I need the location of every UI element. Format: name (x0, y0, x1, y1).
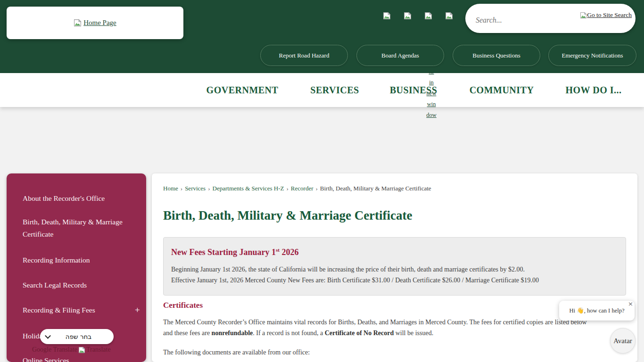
opens-in-new-window-link[interactable]: ks in new win dow (423, 66, 440, 121)
main-nav: GOVERNMENT SERVICES BUSINESS COMMUNITY H… (0, 73, 644, 107)
search-input[interactable] (476, 16, 570, 25)
home-page-card[interactable]: Home Page (7, 7, 183, 39)
google-translate-attribution: Google TranslateTranslate (32, 346, 140, 354)
fees-line-1: Beginning January 1st 2026, the state of… (171, 266, 525, 273)
breadcrumb-separator: › (208, 185, 210, 192)
breadcrumb-separator: › (287, 185, 289, 192)
social-link-3-icon[interactable] (424, 12, 432, 20)
expand-plus-icon[interactable]: + (135, 305, 140, 315)
window-link-fragment: ks (423, 66, 440, 77)
broken-image-icon (78, 346, 85, 354)
breadcrumb-recorder[interactable]: Recorder (291, 185, 314, 192)
broken-image-icon (74, 19, 82, 27)
sidebar-item-birth-death-military-marriage[interactable]: Birth, Death, Military & Marriage Certif… (23, 216, 127, 240)
fees-heading: New Fees Starting January 1st 2026 (171, 247, 298, 257)
certificates-heading: Certificates (163, 301, 203, 310)
new-fees-notice-box: New Fees Starting January 1st 2026 Begin… (163, 237, 626, 296)
window-link-fragment: dow (423, 110, 440, 121)
quick-link-business-questions[interactable]: Business Questions (453, 45, 540, 66)
page-content: Home›Services›Departments & Services H-Z… (152, 173, 637, 362)
quick-link-board-agendas[interactable]: Board Agendas (356, 45, 444, 66)
translate-link[interactable]: Translate (86, 346, 111, 353)
chat-message: Hi 👋, how can I help? (570, 307, 625, 314)
breadcrumb-home[interactable]: Home (163, 185, 178, 192)
broken-image-icon (580, 12, 587, 19)
social-link-2-icon[interactable] (404, 12, 412, 20)
window-link-fragment: win (423, 99, 440, 110)
chat-avatar-button[interactable]: Avatar (610, 328, 636, 354)
window-link-fragment: new (423, 88, 440, 99)
following-documents-line: The following documents are available fr… (163, 349, 310, 356)
sidebar-item-recording-information[interactable]: Recording Information (23, 254, 127, 266)
language-select-label: בחר שפה (50, 333, 114, 340)
nav-services[interactable]: SERVICES (310, 73, 359, 107)
go-to-site-search-link[interactable]: Go to Site Search (580, 11, 632, 19)
chat-greeting-bubble: Hi 👋, how can I help? × (559, 301, 635, 321)
google-translate-link[interactable]: Google Translate (32, 346, 77, 353)
fees-line-2: Effective January 1st, 2026 Merced Count… (171, 277, 539, 284)
sidebar-item-search-legal-records[interactable]: Search Legal Records (23, 279, 127, 291)
social-link-1-icon[interactable] (383, 12, 391, 20)
breadcrumb-separator: › (315, 185, 317, 192)
sidebar-item-online-services[interactable]: Online Services (23, 354, 127, 362)
home-page-link[interactable]: Home Page (83, 19, 116, 27)
breadcrumb-current: Birth, Death, Military & Marriage Certif… (320, 185, 431, 192)
language-select[interactable]: בחר שפה (40, 329, 114, 344)
certificates-paragraph-line2: and these fees are nonrefundable. If a r… (163, 328, 635, 338)
nav-how-do-i[interactable]: HOW DO I... (565, 73, 621, 107)
wave-emoji-icon: 👋 (577, 307, 584, 314)
site-search-box: Go to Site Search (465, 4, 636, 33)
sidebar-item-recording-filing-fees[interactable]: Recording & Filing Fees (23, 304, 127, 316)
breadcrumb-services[interactable]: Services (185, 185, 206, 192)
recorder-sidebar: About the Recorder's Office Birth, Death… (7, 173, 146, 362)
nav-government[interactable]: GOVERNMENT (206, 73, 279, 107)
quick-link-emergency-notifications[interactable]: Emergency Notifications (548, 45, 636, 66)
breadcrumb-separator: › (181, 185, 182, 192)
page-title: Birth, Death, Military & Marriage Certif… (163, 208, 413, 223)
quick-link-report-road-hazard[interactable]: Report Road Hazard (260, 45, 348, 66)
header-band: Home Page Go to Site Search Report Road … (0, 0, 644, 73)
social-link-4-icon[interactable] (445, 12, 453, 20)
window-link-fragment: in (423, 77, 440, 88)
close-icon[interactable]: × (628, 300, 633, 307)
breadcrumb-departments-hz[interactable]: Departments & Services H-Z (213, 185, 284, 192)
sidebar-item-about-recorders-office[interactable]: About the Recorder's Office (23, 192, 127, 205)
breadcrumb: Home›Services›Departments & Services H-Z… (163, 185, 431, 192)
nav-community[interactable]: COMMUNITY (470, 73, 534, 107)
